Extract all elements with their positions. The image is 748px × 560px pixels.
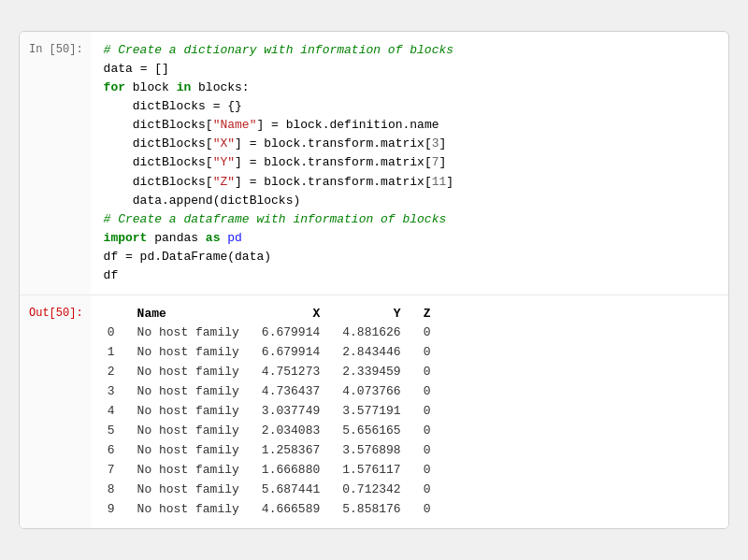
code-line: data.append(dictBlocks): [104, 192, 715, 210]
row-x: 4.736437: [251, 381, 331, 401]
row-index: 7: [104, 460, 126, 480]
row-x: 6.679914: [251, 342, 331, 362]
row-z: 0: [412, 323, 442, 342]
code-line: dictBlocks["Name"] = block.definition.na…: [104, 116, 715, 135]
row-name: No host family: [126, 480, 251, 499]
input-cell: In [50]: # Create a dictionary with info…: [20, 32, 728, 296]
output-label: Out[50]:: [20, 295, 91, 528]
table-row: 0 No host family 6.679914 4.881626 0: [104, 323, 442, 342]
table-row: 1 No host family 6.679914 2.843446 0: [104, 342, 442, 362]
row-z: 0: [412, 460, 442, 480]
row-y: 4.073766: [331, 381, 411, 401]
row-name: No host family: [126, 499, 251, 519]
row-x: 4.666589: [251, 499, 331, 519]
code-line: dictBlocks = {}: [104, 97, 715, 116]
table-row: 9 No host family 4.666589 5.858176 0: [104, 499, 442, 519]
table-row: 5 No host family 2.034083 5.656165 0: [104, 421, 442, 440]
table-header-row: Name X Y Z: [104, 305, 442, 323]
row-x: 5.687441: [251, 480, 331, 499]
table-row: 4 No host family 3.037749 3.577191 0: [104, 401, 442, 421]
row-index: 9: [104, 499, 126, 519]
output-cell: Out[50]: Name X Y Z 0 No host family 6.6…: [20, 295, 728, 528]
row-x: 6.679914: [251, 323, 331, 342]
row-x: 2.034083: [251, 421, 331, 440]
col-index: [104, 305, 126, 323]
row-index: 1: [104, 342, 126, 362]
row-x: 1.258367: [251, 440, 331, 460]
code-line: # Create a dictionary with information o…: [104, 41, 715, 60]
row-name: No host family: [126, 460, 251, 480]
row-x: 3.037749: [251, 401, 331, 421]
input-label: In [50]:: [20, 32, 91, 295]
row-y: 0.712342: [331, 480, 411, 499]
row-z: 0: [412, 421, 442, 440]
row-y: 4.881626: [331, 323, 411, 342]
table-row: 8 No host family 5.687441 0.712342 0: [104, 480, 442, 499]
code-line: dictBlocks["X"] = block.transform.matrix…: [104, 135, 715, 153]
row-x: 1.666880: [251, 460, 331, 480]
code-line: # Create a dataframe with information of…: [104, 210, 715, 229]
row-z: 0: [412, 480, 442, 499]
row-name: No host family: [126, 381, 251, 401]
row-y: 5.858176: [331, 499, 411, 519]
code-line: df: [104, 266, 715, 285]
row-name: No host family: [126, 323, 251, 342]
notebook: In [50]: # Create a dictionary with info…: [19, 31, 729, 530]
row-index: 8: [104, 480, 126, 499]
row-z: 0: [412, 401, 442, 421]
dataframe-table: Name X Y Z 0 No host family 6.679914 4.8…: [104, 305, 442, 519]
code-line: dictBlocks["Y"] = block.transform.matrix…: [104, 153, 715, 172]
code-line: dictBlocks["Z"] = block.transform.matrix…: [104, 173, 715, 192]
code-block: # Create a dictionary with information o…: [104, 41, 715, 286]
row-index: 2: [104, 362, 126, 381]
code-content: # Create a dictionary with information o…: [91, 32, 728, 295]
code-line: df = pd.DataFrame(data): [104, 248, 715, 266]
code-line: for block in blocks:: [104, 79, 715, 97]
row-index: 6: [104, 440, 126, 460]
col-y: Y: [331, 305, 411, 323]
code-line: import pandas as pd: [104, 229, 715, 248]
row-name: No host family: [126, 421, 251, 440]
table-row: 6 No host family 1.258367 3.576898 0: [104, 440, 442, 460]
row-y: 1.576117: [331, 460, 411, 480]
code-line: data = []: [104, 60, 715, 79]
row-name: No host family: [126, 362, 251, 381]
output-content: Name X Y Z 0 No host family 6.679914 4.8…: [91, 295, 728, 528]
row-z: 0: [412, 362, 442, 381]
col-x: X: [251, 305, 331, 323]
row-y: 2.339459: [331, 362, 411, 381]
row-z: 0: [412, 499, 442, 519]
row-z: 0: [412, 342, 442, 362]
row-name: No host family: [126, 401, 251, 421]
row-z: 0: [412, 440, 442, 460]
table-row: 2 No host family 4.751273 2.339459 0: [104, 362, 442, 381]
row-y: 3.576898: [331, 440, 411, 460]
comment: # Create a dictionary with information o…: [104, 43, 453, 57]
row-index: 5: [104, 421, 126, 440]
row-name: No host family: [126, 440, 251, 460]
row-index: 4: [104, 401, 126, 421]
col-z: Z: [412, 305, 442, 323]
table-row: 7 No host family 1.666880 1.576117 0: [104, 460, 442, 480]
row-y: 5.656165: [331, 421, 411, 440]
col-name: Name: [126, 305, 251, 323]
row-z: 0: [412, 381, 442, 401]
row-name: No host family: [126, 342, 251, 362]
row-y: 2.843446: [331, 342, 411, 362]
row-x: 4.751273: [251, 362, 331, 381]
row-index: 0: [104, 323, 126, 342]
table-row: 3 No host family 4.736437 4.073766 0: [104, 381, 442, 401]
row-y: 3.577191: [331, 401, 411, 421]
row-index: 3: [104, 381, 126, 401]
